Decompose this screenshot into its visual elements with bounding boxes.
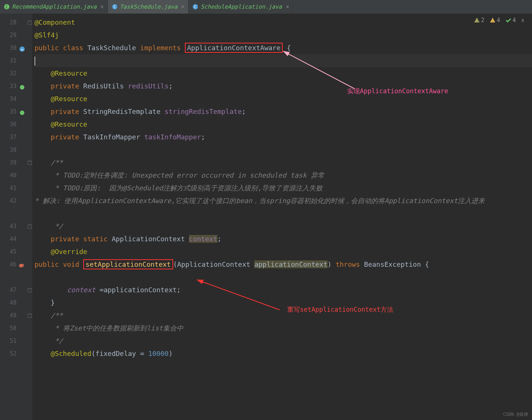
line-number: 52	[0, 347, 27, 360]
fold-marker[interactable]	[28, 21, 32, 25]
highlight-box-iface: ApplicationContextAware	[185, 43, 283, 53]
ok-icon[interactable]: 4	[505, 17, 516, 24]
code-line-current	[34, 54, 532, 67]
highlight-box-method: setApplicationContext	[83, 259, 173, 269]
tab-label: RecommendApplication.java	[12, 3, 97, 10]
code-line: private static ApplicationContext contex…	[34, 233, 532, 245]
line-number: 40	[0, 169, 27, 182]
code-line: */	[34, 220, 532, 233]
line-number: 34	[0, 93, 27, 105]
line-number: 32	[0, 67, 27, 80]
line-number: 36	[0, 118, 27, 131]
override-gutter-icon[interactable]	[19, 44, 25, 51]
close-icon[interactable]: ×	[100, 3, 104, 10]
code-line: * TODO:定时任务调度: Unexpected error occurred…	[34, 169, 532, 182]
tab-recommend[interactable]: C RecommendApplication.java ×	[0, 0, 108, 13]
code-line: context =applicationContext;	[34, 284, 532, 296]
tab-label: TaskSchedule.java	[120, 3, 178, 10]
line-number: 31	[0, 54, 27, 67]
code-line: public void setApplicationContext(Applic…	[34, 258, 532, 284]
line-number: 29	[0, 29, 27, 42]
code-line: private StringRedisTemplate stringRedisT…	[34, 105, 532, 118]
code-line: private TaskInfoMapper taskInfoMapper;	[34, 131, 532, 143]
line-number: 44	[0, 233, 27, 245]
weak-warning-icon[interactable]: 2	[474, 17, 484, 24]
code-line: @Resource	[34, 67, 532, 80]
svg-point-8	[20, 111, 24, 115]
fold-column	[27, 14, 32, 420]
line-number: 42	[0, 194, 27, 207]
code-editor[interactable]: 2 4 4 ∧ @Component @Slf4j public class T…	[32, 14, 532, 420]
code-line	[34, 143, 532, 156]
line-number: 28	[0, 16, 27, 29]
watermark: CSDN @青肆	[503, 411, 528, 418]
tab-bar: C RecommendApplication.java × C TaskSche…	[0, 0, 532, 14]
line-number: 38	[0, 143, 27, 156]
line-number: 37	[0, 131, 27, 143]
svg-point-9	[19, 264, 23, 268]
line-number: 50	[0, 322, 27, 335]
annotation-text-bottom: 重写setApplicationContext方法	[287, 305, 393, 314]
code-line: @Resource	[34, 118, 532, 131]
code-line: @Resource	[34, 93, 532, 105]
line-number: 47	[0, 284, 27, 296]
line-number: 39	[0, 156, 27, 169]
line-number: 43	[0, 220, 27, 233]
code-line: @Override	[34, 245, 532, 258]
code-line: /**	[34, 156, 532, 169]
java-file-icon: C	[4, 4, 10, 10]
svg-text:C: C	[6, 5, 8, 9]
bean-gutter-icon[interactable]	[19, 108, 25, 115]
fold-marker[interactable]	[28, 224, 32, 229]
class-file-icon: C	[112, 4, 118, 10]
line-gutter: 28 29 30 31 32 33 34 35 36 37 38 39 40 4…	[0, 14, 27, 420]
fold-marker[interactable]	[28, 288, 32, 292]
close-icon[interactable]: ×	[286, 3, 289, 10]
line-number	[0, 207, 27, 220]
line-number	[0, 271, 27, 284]
svg-point-7	[20, 85, 24, 90]
inspection-widget[interactable]: 2 4 4 ∧	[474, 17, 525, 24]
line-number: 35	[0, 105, 27, 118]
warning-icon[interactable]: 4	[490, 17, 500, 24]
code-line: * TODO:原因: 因为@Scheduled注解方式级别高于资源注入级别,导致…	[34, 182, 532, 194]
code-line: @Slf4j	[34, 29, 532, 42]
class-file-icon: C	[192, 4, 198, 10]
close-icon[interactable]: ×	[181, 3, 184, 10]
editor-body: 28 29 30 31 32 33 34 35 36 37 38 39 40 4…	[0, 14, 532, 420]
fold-marker[interactable]	[28, 161, 32, 165]
override-up-gutter-icon[interactable]	[19, 261, 25, 268]
fold-marker[interactable]	[28, 314, 32, 318]
code-line: }	[34, 296, 532, 309]
code-line: * 将Zset中的任务数据刷新到list集合中	[34, 322, 532, 335]
line-number: 51	[0, 335, 27, 347]
svg-text:C: C	[194, 5, 196, 9]
tab-label: ScheduleApplication.java	[201, 3, 282, 10]
code-line: private RedisUtils redisUtils;	[34, 80, 532, 93]
code-line: */	[34, 335, 532, 347]
line-number: 45	[0, 245, 27, 258]
annotation-text-top: 实现ApplicationContextAware	[347, 87, 448, 96]
line-number: 49	[0, 309, 27, 322]
code-line: /**	[34, 309, 532, 322]
code-line: @Component	[34, 16, 532, 29]
ide-root: C RecommendApplication.java × C TaskSche…	[0, 0, 532, 420]
line-number: 41	[0, 182, 27, 194]
line-number: 46	[0, 258, 27, 271]
text-caret	[34, 57, 35, 66]
code-line: public class TaskSchedule implements App…	[34, 42, 532, 54]
code-line: @Scheduled(fixedDelay = 10000)	[34, 347, 532, 360]
bean-gutter-icon[interactable]	[19, 82, 25, 89]
tab-scheduleapp[interactable]: C ScheduleApplication.java ×	[189, 0, 293, 13]
line-number: 30	[0, 42, 27, 54]
svg-text:C: C	[114, 5, 116, 9]
tab-taskschedule[interactable]: C TaskSchedule.java ×	[108, 0, 189, 13]
line-number: 33	[0, 80, 27, 93]
line-number: 48	[0, 296, 27, 309]
code-line: * 解决: 使用ApplicationContextAware,它实现了这个接口…	[34, 194, 532, 220]
svg-point-6	[19, 46, 25, 52]
chevron-up-icon[interactable]: ∧	[521, 17, 525, 24]
